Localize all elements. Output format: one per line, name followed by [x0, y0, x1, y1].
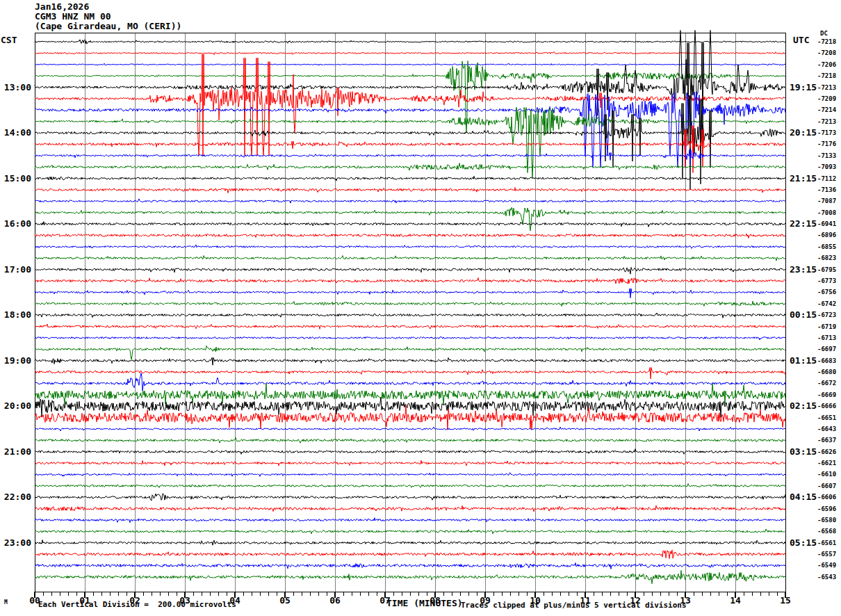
x-axis-title: TIME (MINUTES)	[386, 598, 463, 608]
x-axis-tick-label: 05	[275, 595, 295, 606]
x-axis-tick-labels: 00010203040506070809101112131415	[0, 0, 841, 616]
x-axis-tick-label: 15	[776, 595, 795, 606]
helicorder-screen: Jan16,2026 CGM3 HNZ NM 00 (Cape Girardea…	[0, 0, 841, 616]
watermark-mark: M	[4, 599, 8, 606]
x-axis-tick-label: 14	[726, 595, 745, 606]
x-axis-tick-label: 06	[325, 595, 345, 606]
clip-note: Traces clipped at plus/minus 5 vertical …	[461, 601, 687, 610]
scale-note: Each Vertical Division = 200.00 microvol…	[38, 600, 236, 609]
